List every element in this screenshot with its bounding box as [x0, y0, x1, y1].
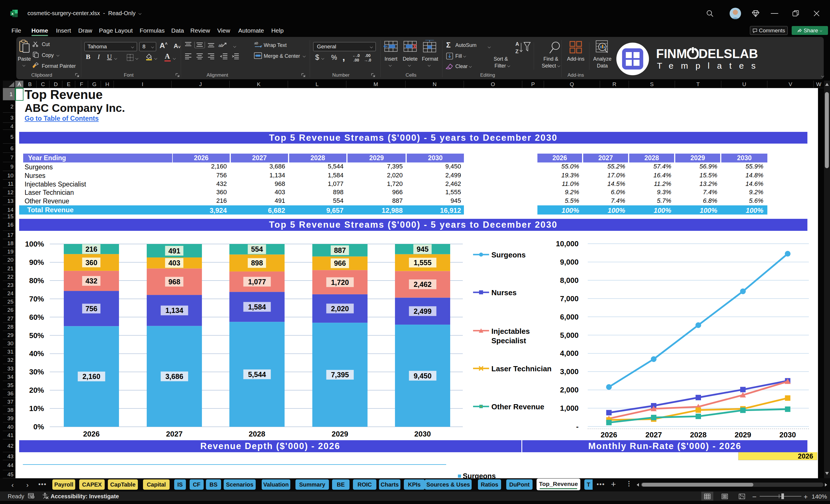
- svg-text:1,584: 1,584: [248, 303, 266, 311]
- svg-text:2,000: 2,000: [560, 385, 579, 394]
- svg-text:ab: ab: [254, 41, 258, 45]
- svg-text:554: 554: [251, 245, 263, 253]
- svg-text:7,395: 7,395: [331, 371, 349, 379]
- svg-text:968: 968: [168, 278, 181, 286]
- svg-text:898: 898: [251, 259, 263, 267]
- svg-text:1,720: 1,720: [331, 278, 349, 286]
- svg-text:9,450: 9,450: [414, 372, 432, 380]
- svg-text:2028: 2028: [249, 430, 265, 438]
- svg-text:40%: 40%: [29, 349, 44, 358]
- svg-text:20%: 20%: [29, 386, 44, 395]
- svg-text:2,499: 2,499: [414, 307, 432, 315]
- svg-text:10%: 10%: [29, 404, 44, 413]
- svg-text:Z: Z: [515, 49, 518, 54]
- svg-text:2027: 2027: [645, 431, 662, 439]
- svg-text:216: 216: [86, 245, 98, 253]
- svg-text:1,000: 1,000: [560, 404, 579, 412]
- svg-text:2027: 2027: [166, 430, 183, 438]
- svg-text:1,555: 1,555: [414, 259, 432, 266]
- svg-text:5,544: 5,544: [248, 371, 266, 378]
- svg-text:30%: 30%: [29, 368, 44, 376]
- svg-text:2,020: 2,020: [331, 305, 349, 313]
- svg-text:2030: 2030: [779, 431, 796, 439]
- svg-text:1,077: 1,077: [248, 278, 266, 286]
- svg-text:1,134: 1,134: [165, 306, 183, 314]
- svg-text:80%: 80%: [29, 276, 44, 285]
- svg-text:2030: 2030: [414, 430, 431, 438]
- svg-text:966: 966: [334, 259, 346, 267]
- svg-text:403: 403: [168, 259, 181, 267]
- svg-text:50%: 50%: [29, 331, 44, 340]
- svg-text:887: 887: [334, 246, 346, 254]
- svg-text:8,000: 8,000: [560, 276, 579, 285]
- svg-text:2,160: 2,160: [83, 372, 100, 380]
- svg-text:60%: 60%: [29, 313, 44, 321]
- svg-text:5,000: 5,000: [560, 331, 579, 340]
- svg-text:100%: 100%: [25, 240, 44, 248]
- svg-text:9,000: 9,000: [560, 258, 579, 266]
- svg-text:A: A: [515, 41, 519, 47]
- svg-text:2028: 2028: [690, 431, 707, 439]
- svg-text:6,000: 6,000: [560, 313, 579, 321]
- svg-text:2029: 2029: [735, 431, 752, 439]
- svg-text:2026: 2026: [601, 431, 617, 439]
- svg-text:2,462: 2,462: [414, 280, 432, 288]
- svg-text:4,000: 4,000: [560, 349, 579, 357]
- svg-text:90%: 90%: [29, 258, 44, 266]
- svg-text:2029: 2029: [332, 430, 348, 438]
- svg-text:0%: 0%: [33, 422, 44, 431]
- svg-text:-: -: [576, 422, 579, 431]
- svg-text:432: 432: [86, 277, 98, 285]
- svg-text:491: 491: [168, 247, 181, 255]
- svg-text:360: 360: [86, 259, 98, 266]
- svg-text:7,000: 7,000: [560, 294, 579, 303]
- svg-text:3,686: 3,686: [165, 372, 183, 380]
- svg-text:2026: 2026: [83, 430, 100, 438]
- svg-text:3,000: 3,000: [560, 367, 579, 376]
- svg-text:70%: 70%: [29, 295, 44, 303]
- svg-text:10,000: 10,000: [556, 240, 579, 248]
- svg-text:756: 756: [86, 305, 98, 313]
- svg-text:x: x: [11, 11, 14, 16]
- svg-text:945: 945: [417, 245, 429, 253]
